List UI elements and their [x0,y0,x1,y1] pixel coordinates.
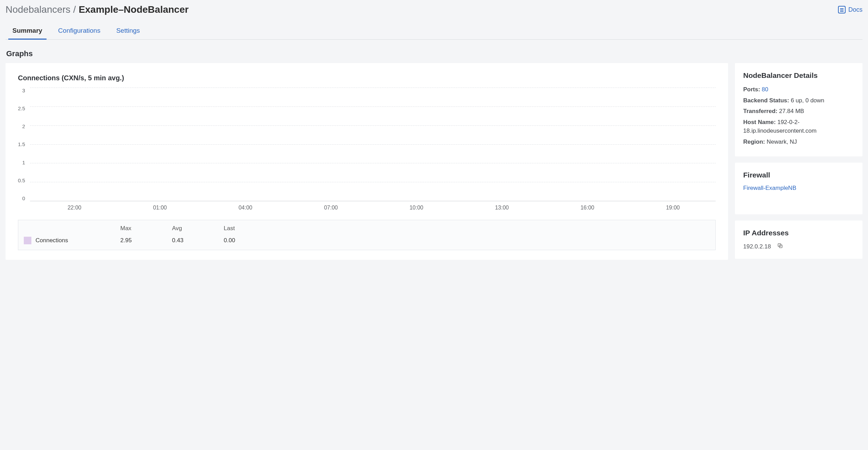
firewall-link[interactable]: Firewall-ExampleNB [743,185,796,191]
docs-label: Docs [848,6,862,13]
transferred-label: Transferred: [743,108,777,114]
chart-gridline [30,125,716,126]
ip-card: IP Addresses 192.0.2.18 [735,221,862,259]
chart-gridline [30,182,716,182]
chart-card: Connections (CXN/s, 5 min avg.) 32.521.5… [6,63,728,260]
ip-address: 192.0.2.18 [743,243,771,250]
chart-x-tick: 07:00 [288,205,374,211]
firewall-card: Firewall Firewall-ExampleNB [735,163,862,214]
tabs: Summary Configurations Settings [6,23,862,40]
region-label: Region: [743,139,765,145]
stats-header-avg: Avg [172,225,224,232]
ip-heading: IP Addresses [743,229,854,237]
details-heading: NodeBalancer Details [743,71,854,80]
chart-y-tick: 0 [22,195,25,201]
ports-value[interactable]: 80 [762,86,768,93]
chart-x-tick: 10:00 [374,205,459,211]
chart-x-axis: 22:0001:0004:0007:0010:0013:0016:0019:00 [18,205,716,211]
stats-header-max: Max [120,225,172,232]
chart-y-tick: 2 [22,123,25,129]
firewall-heading: Firewall [743,171,854,179]
breadcrumb-current: Example–NodeBalancer [79,4,189,15]
chart-y-tick: 2.5 [18,105,25,111]
ports-label: Ports: [743,86,760,93]
docs-icon [838,6,846,13]
chart-gridline [30,163,716,163]
chart-x-tick: 04:00 [203,205,288,211]
docs-link[interactable]: Docs [838,6,862,13]
chart-y-tick: 3 [22,88,25,93]
chart-x-tick: 13:00 [459,205,545,211]
chart-y-axis: 32.521.510.50 [18,88,27,201]
chart-x-tick: 22:00 [32,205,117,211]
chart-x-tick: 01:00 [117,205,203,211]
chart-gridline [30,144,716,145]
chart-stats: Max Avg Last Connections 2.95 0.43 0.00 [18,220,716,250]
region-value: Newark, NJ [767,139,797,145]
legend-swatch [24,237,31,244]
chart-x-tick: 19:00 [630,205,716,211]
chart-y-tick: 1.5 [18,141,25,147]
breadcrumb-parent[interactable]: Nodebalancers [6,4,70,15]
chart-gridline [30,106,716,107]
hostname-label: Host Name: [743,119,776,125]
details-card: NodeBalancer Details Ports: 80 Backend S… [735,63,862,156]
breadcrumb: Nodebalancers / Example–NodeBalancer [6,4,189,15]
chart-y-tick: 0.5 [18,177,25,183]
tab-settings[interactable]: Settings [115,23,141,39]
stats-max: 2.95 [120,237,172,244]
chart-x-tick: 16:00 [545,205,630,211]
chart-plot-area [30,88,716,201]
transferred-value: 27.84 MB [779,108,804,114]
chart-title: Connections (CXN/s, 5 min avg.) [18,74,716,82]
stats-avg: 0.43 [172,237,224,244]
chart-y-tick: 1 [22,160,25,165]
copy-icon[interactable] [777,243,783,250]
stats-header-last: Last [224,225,275,232]
backend-status-value: 6 up, 0 down [791,97,824,104]
section-heading-graphs: Graphs [6,49,862,58]
breadcrumb-separator: / [73,4,76,15]
topbar: Nodebalancers / Example–NodeBalancer Doc… [6,4,862,15]
legend-label: Connections [36,237,68,244]
tab-summary[interactable]: Summary [12,23,43,39]
tab-configurations[interactable]: Configurations [58,23,101,39]
stats-last: 0.00 [224,237,275,244]
backend-status-label: Backend Status: [743,97,789,104]
chart-gridline [30,88,716,88]
